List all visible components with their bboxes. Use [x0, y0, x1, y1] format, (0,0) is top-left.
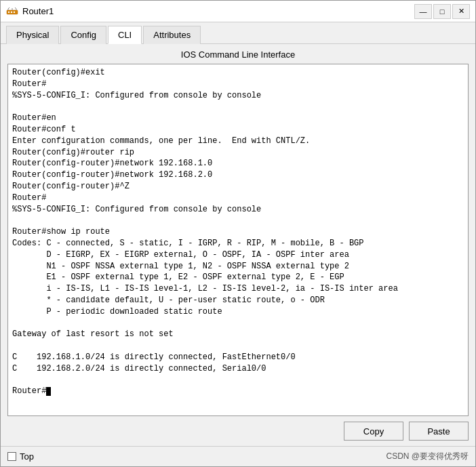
- maximize-button[interactable]: □: [433, 4, 451, 19]
- status-bar: Top CSDN @要变得优秀呀: [1, 446, 475, 466]
- watermark: CSDN @要变得优秀呀: [386, 451, 469, 462]
- terminal-cursor: [46, 387, 51, 396]
- title-bar-left: Router1: [6, 5, 54, 18]
- svg-point-3: [14, 11, 15, 12]
- top-label: Top: [20, 451, 34, 462]
- main-window: Router1 — □ ✕ Physical Config CLI Attrib…: [0, 0, 476, 467]
- status-left: Top: [7, 451, 34, 462]
- title-bar: Router1 — □ ✕: [1, 1, 475, 22]
- minimize-button[interactable]: —: [414, 4, 432, 19]
- tab-cli[interactable]: CLI: [108, 26, 142, 44]
- terminal-output[interactable]: Router(config)#exit Router# %SYS-5-CONFI…: [8, 64, 468, 415]
- copy-button[interactable]: Copy: [344, 422, 403, 441]
- title-buttons: — □ ✕: [414, 4, 470, 19]
- tab-bar: Physical Config CLI Attributes: [1, 22, 475, 44]
- tab-physical[interactable]: Physical: [6, 26, 59, 44]
- button-bar: Copy Paste: [1, 416, 475, 446]
- window-title: Router1: [22, 6, 54, 16]
- section-title: IOS Command Line Interface: [1, 44, 475, 64]
- router-icon: [6, 5, 18, 18]
- svg-point-1: [8, 11, 9, 12]
- tab-config[interactable]: Config: [60, 26, 106, 44]
- top-checkbox[interactable]: [7, 452, 16, 461]
- terminal-area: Router(config)#exit Router# %SYS-5-CONFI…: [7, 64, 469, 416]
- tab-attributes[interactable]: Attributes: [143, 26, 201, 44]
- svg-line-8: [15, 7, 16, 9]
- svg-line-5: [8, 7, 9, 9]
- paste-button[interactable]: Paste: [409, 422, 469, 441]
- close-button[interactable]: ✕: [452, 4, 470, 19]
- svg-point-2: [11, 11, 12, 12]
